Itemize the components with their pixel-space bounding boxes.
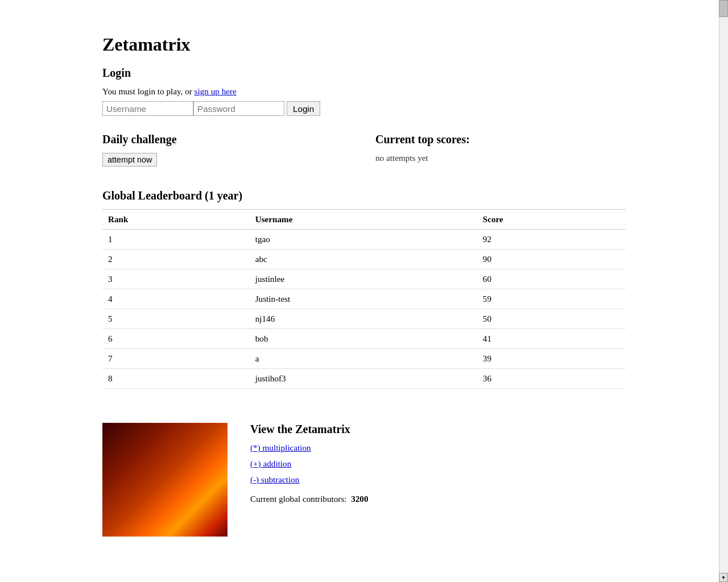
scrollbar-thumb[interactable] (719, 0, 728, 17)
cell-score: 59 (477, 289, 626, 309)
table-row: 1tgao92 (102, 230, 626, 250)
daily-challenge-heading: Daily challenge (102, 133, 353, 146)
cell-rank: 3 (102, 269, 250, 289)
leaderboard-table: Rank Username Score 1tgao922abc903justin… (102, 209, 626, 389)
top-scores-section: Current top scores: no attempts yet (375, 133, 626, 167)
view-heading: View the Zetamatrix (250, 423, 626, 436)
scrollbar[interactable]: ▲ ▼ (719, 0, 728, 559)
cell-username: bob (250, 329, 477, 349)
login-section: Login You must login to play, or sign up… (102, 66, 626, 116)
cell-rank: 8 (102, 369, 250, 389)
view-link[interactable]: (+) addition (250, 459, 626, 469)
col-rank: Rank (102, 210, 250, 230)
col-score: Score (477, 210, 626, 230)
cell-rank: 6 (102, 329, 250, 349)
daily-challenge-section: Daily challenge attempt now (102, 133, 353, 167)
table-row: 2abc90 (102, 250, 626, 269)
view-link[interactable]: (*) multiplication (250, 443, 626, 453)
table-row: 7a39 (102, 349, 626, 369)
app-title: Zetamatrix (102, 34, 626, 55)
login-form: Login (102, 101, 626, 116)
matrix-image (102, 423, 228, 537)
cell-score: 92 (477, 230, 626, 250)
password-input[interactable] (193, 101, 284, 116)
table-row: 6bob41 (102, 329, 626, 349)
cell-rank: 2 (102, 250, 250, 269)
cell-score: 60 (477, 269, 626, 289)
cell-rank: 5 (102, 309, 250, 329)
top-scores-heading: Current top scores: (375, 133, 626, 146)
table-header-row: Rank Username Score (102, 210, 626, 230)
cell-score: 41 (477, 329, 626, 349)
cell-username: nj146 (250, 309, 477, 329)
contributors-count: 3200 (351, 494, 368, 504)
contributors-text: Current global contributors: 3200 (250, 494, 626, 504)
cell-rank: 1 (102, 230, 250, 250)
signup-link[interactable]: sign up here (195, 86, 237, 96)
login-description: You must login to play, or sign up here (102, 86, 626, 97)
challenge-scores-row: Daily challenge attempt now Current top … (102, 133, 626, 167)
cell-score: 36 (477, 369, 626, 389)
login-heading: Login (102, 66, 626, 80)
bottom-section: View the Zetamatrix (*) multiplication(+… (102, 423, 626, 537)
cell-username: justihof3 (250, 369, 477, 389)
view-link[interactable]: (-) subtraction (250, 475, 626, 485)
username-input[interactable] (102, 101, 193, 116)
attempt-now-button[interactable]: attempt now (102, 153, 157, 167)
table-row: 3justinlee60 (102, 269, 626, 289)
cell-rank: 4 (102, 289, 250, 309)
leaderboard-section: Global Leaderboard (1 year) Rank Usernam… (102, 189, 626, 389)
cell-rank: 7 (102, 349, 250, 369)
no-attempts-text: no attempts yet (375, 153, 626, 163)
cell-score: 50 (477, 309, 626, 329)
cell-username: justinlee (250, 269, 477, 289)
table-row: 4Justin-test59 (102, 289, 626, 309)
cell-score: 90 (477, 250, 626, 269)
login-button[interactable]: Login (287, 101, 320, 116)
col-username: Username (250, 210, 477, 230)
cell-username: abc (250, 250, 477, 269)
table-row: 8justihof336 (102, 369, 626, 389)
view-section: View the Zetamatrix (*) multiplication(+… (250, 423, 626, 504)
table-row: 5nj14650 (102, 309, 626, 329)
view-links: (*) multiplication(+) addition(-) subtra… (250, 443, 626, 485)
cell-username: a (250, 349, 477, 369)
leaderboard-heading: Global Leaderboard (1 year) (102, 189, 626, 202)
cell-username: Justin-test (250, 289, 477, 309)
cell-username: tgao (250, 230, 477, 250)
cell-score: 39 (477, 349, 626, 369)
